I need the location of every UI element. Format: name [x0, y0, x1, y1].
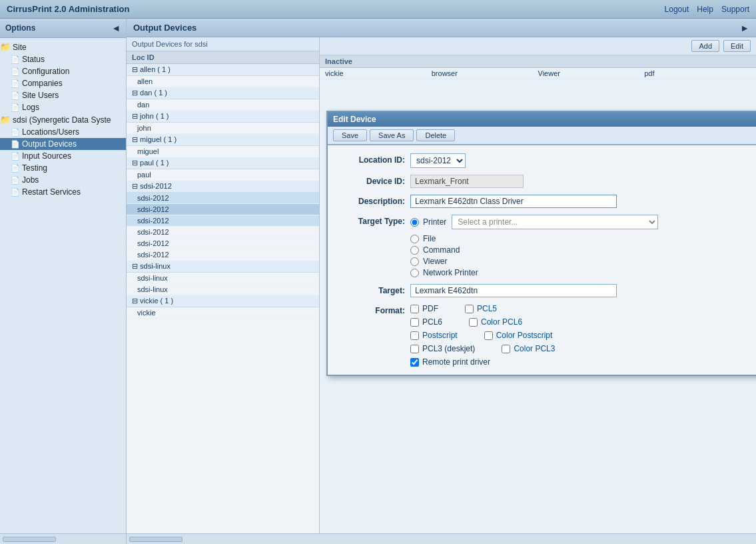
sidebar-item-input-sources[interactable]: 📄 Input Sources	[0, 150, 126, 162]
device-id-input[interactable]	[410, 175, 524, 188]
content-scrollbar[interactable]	[129, 537, 183, 542]
format-colorpostscript-checkbox[interactable]	[484, 331, 493, 340]
sidebar-item-site-users[interactable]: 📄 Site Users	[0, 89, 126, 101]
right-toolbar: Add Edit	[320, 37, 756, 55]
list-item-sdsi2012-1[interactable]: sdsi-2012	[127, 193, 319, 204]
loc-group-dan[interactable]: ⊟ dan ( 1 )	[127, 87, 319, 99]
form-row-locationid: Location ID: sdsi-2012	[338, 153, 756, 168]
right-row-pdf: pdf	[644, 69, 751, 77]
sidebar-bottom-scroll	[0, 533, 126, 544]
format-pcl3-checkbox[interactable]	[410, 345, 419, 353]
content-title: Output Devices	[133, 23, 196, 33]
page-icon: 📄	[11, 91, 20, 100]
format-pdf-checkbox[interactable]	[410, 305, 419, 313]
list-item-dan[interactable]: dan	[127, 99, 319, 111]
page-icon: 📄	[11, 79, 20, 88]
sidebar-input-sources-label: Input Sources	[22, 151, 71, 161]
list-item-paul[interactable]: paul	[127, 169, 319, 181]
sidebar-title: Options	[5, 23, 35, 33]
format-colorpcl6-checkbox[interactable]	[469, 318, 478, 327]
form-row-description: Description:	[338, 195, 756, 208]
logout-link[interactable]: Logout	[665, 5, 689, 14]
format-pcl6-checkbox[interactable]	[410, 318, 419, 327]
format-section: PDF PCL5 PCL6	[410, 304, 756, 367]
form-row-deviceid: Device ID:	[338, 175, 756, 188]
sidebar-item-jobs[interactable]: 📄 Jobs	[0, 174, 126, 186]
radio-viewer-input[interactable]	[410, 257, 419, 266]
format-pcl3-label: PCL3 (deskjet)	[422, 344, 475, 353]
sidebar-jobs-label: Jobs	[22, 175, 39, 185]
radio-network-printer: Network Printer	[410, 268, 756, 277]
page-icon: 📄	[11, 152, 20, 161]
sidebar-item-status[interactable]: 📄 Status	[0, 53, 126, 65]
format-row-2: PCL6 Color PCL6	[410, 317, 756, 327]
loc-group-miguel[interactable]: ⊟ miguel ( 1 )	[127, 134, 319, 146]
list-item-sdsilinux-2[interactable]: sdsi-linux	[127, 284, 319, 295]
format-postscript-checkbox[interactable]	[410, 331, 419, 340]
sidebar-item-site[interactable]: 📁 Site	[0, 41, 126, 53]
sidebar-header: Options ◄	[0, 19, 126, 38]
list-item-sdsi2012-3[interactable]: sdsi-2012	[127, 215, 319, 227]
modal-delete-button[interactable]: Delete	[416, 129, 455, 141]
page-icon: 📄	[11, 140, 20, 149]
edit-button[interactable]: Edit	[723, 40, 751, 52]
list-item-miguel[interactable]: miguel	[127, 146, 319, 157]
page-icon: 📄	[11, 55, 20, 64]
radio-command-input[interactable]	[410, 246, 419, 255]
radio-network-printer-input[interactable]	[410, 269, 419, 277]
radio-file-input[interactable]	[410, 235, 419, 243]
sidebar-testing-label: Testing	[22, 163, 47, 173]
sidebar-item-companies[interactable]: 📄 Companies	[0, 77, 126, 89]
target-wrap	[410, 284, 756, 297]
modal-save-button[interactable]: Save	[333, 129, 367, 141]
target-input[interactable]	[410, 284, 617, 297]
sidebar-scrollbar[interactable]	[3, 537, 56, 542]
list-item-sdsi2012-6[interactable]: sdsi-2012	[127, 249, 319, 261]
list-item-sdsi2012-5[interactable]: sdsi-2012	[127, 238, 319, 249]
sidebar-item-locations-users[interactable]: 📄 Locations/Users	[0, 126, 126, 138]
radio-printer-input[interactable]	[410, 218, 419, 227]
radio-printer: Printer	[410, 217, 446, 227]
sidebar-item-configuration[interactable]: 📄 Configuration	[0, 65, 126, 77]
sidebar-item-testing[interactable]: 📄 Testing	[0, 162, 126, 174]
add-button[interactable]: Add	[691, 40, 719, 52]
radio-command-label: Command	[423, 245, 460, 255]
loc-group-vickie[interactable]: ⊟ vickie ( 1 )	[127, 295, 319, 307]
format-row-1: PDF PCL5	[410, 304, 756, 313]
location-id-select[interactable]: sdsi-2012	[410, 153, 466, 168]
format-pcl5-checkbox[interactable]	[465, 305, 474, 313]
description-label: Description:	[338, 195, 405, 206]
loc-group-paul[interactable]: ⊟ paul ( 1 )	[127, 157, 319, 169]
list-item-john[interactable]: john	[127, 123, 319, 134]
help-link[interactable]: Help	[697, 5, 713, 14]
support-link[interactable]: Support	[721, 5, 749, 14]
page-icon: 📄	[11, 103, 20, 112]
content-toggle-icon[interactable]: ►	[740, 23, 749, 33]
sidebar-toggle-icon[interactable]: ◄	[111, 23, 121, 33]
right-list-row-vickie[interactable]: vickie browser Viewer pdf	[320, 68, 756, 79]
format-pcl5: PCL5	[465, 304, 497, 313]
sidebar-item-restart-services[interactable]: 📄 Restart Services	[0, 186, 126, 198]
list-subheader: Output Devices for sdsi	[127, 37, 319, 51]
right-row-vickie: vickie	[325, 69, 432, 77]
loc-group-sdsi2012[interactable]: ⊟ sdsi-2012	[127, 181, 319, 193]
list-item-sdsi2012-4[interactable]: sdsi-2012	[127, 227, 319, 238]
list-item-sdsilinux-1[interactable]: sdsi-linux	[127, 273, 319, 284]
sidebar-item-sdsi[interactable]: 📁 sdsi (Synergetic Data Syste	[0, 113, 126, 126]
loc-group-allen[interactable]: ⊟ allen ( 1 )	[127, 64, 319, 76]
location-id-label: Location ID:	[338, 153, 405, 165]
format-colorpcl3-checkbox[interactable]	[502, 345, 510, 353]
radio-file: File	[410, 234, 756, 243]
sidebar-companies-label: Companies	[22, 79, 63, 88]
printer-select-dropdown[interactable]: Select a printer...	[452, 215, 658, 229]
format-remoteprintdriver-checkbox[interactable]	[410, 358, 419, 367]
list-item-vickie[interactable]: vickie	[127, 307, 319, 319]
sidebar-item-logs[interactable]: 📄 Logs	[0, 101, 126, 113]
sidebar-item-output-devices[interactable]: 📄 Output Devices	[0, 138, 126, 150]
description-input[interactable]	[410, 195, 617, 208]
loc-group-sdsilinux[interactable]: ⊟ sdsi-linux	[127, 261, 319, 273]
list-item-sdsi2012-2[interactable]: sdsi-2012	[127, 204, 319, 215]
loc-group-john[interactable]: ⊟ john ( 1 )	[127, 111, 319, 123]
modal-save-as-button[interactable]: Save As	[370, 129, 414, 141]
list-item-allen[interactable]: allen	[127, 76, 319, 87]
